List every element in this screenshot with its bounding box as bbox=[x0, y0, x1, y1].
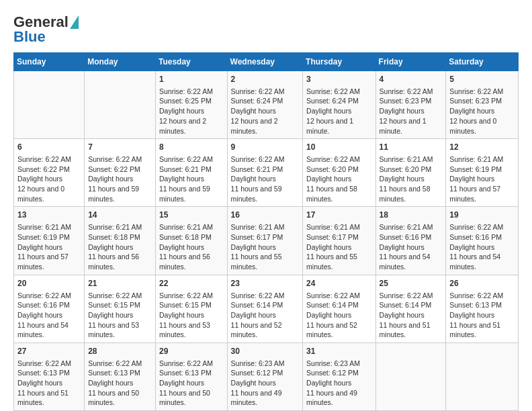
header-cell-saturday: Saturday bbox=[446, 53, 519, 71]
day-number: 30 bbox=[231, 346, 299, 357]
calendar-cell bbox=[446, 342, 519, 410]
page-header: General Blue bbox=[13, 13, 519, 46]
calendar-cell: 25Sunrise: 6:22 AMSunset: 6:14 PMDayligh… bbox=[375, 275, 446, 342]
day-number: 18 bbox=[380, 210, 443, 221]
calendar-cell: 10Sunrise: 6:22 AMSunset: 6:20 PMDayligh… bbox=[303, 139, 376, 207]
calendar-cell: 29Sunrise: 6:22 AMSunset: 6:13 PMDayligh… bbox=[156, 342, 228, 410]
header-cell-tuesday: Tuesday bbox=[156, 53, 228, 71]
calendar-cell: 8Sunrise: 6:22 AMSunset: 6:21 PMDaylight… bbox=[156, 139, 228, 207]
cell-content: Sunrise: 6:21 AMSunset: 6:17 PMDaylight … bbox=[231, 222, 299, 271]
cell-content: Sunrise: 6:22 AMSunset: 6:13 PMDaylight … bbox=[88, 359, 152, 408]
calendar-cell: 14Sunrise: 6:21 AMSunset: 6:18 PMDayligh… bbox=[85, 207, 156, 275]
day-number: 15 bbox=[159, 210, 224, 221]
header-row: SundayMondayTuesdayWednesdayThursdayFrid… bbox=[14, 53, 519, 71]
cell-content: Sunrise: 6:21 AMSunset: 6:17 PMDaylight … bbox=[306, 222, 372, 271]
day-number: 1 bbox=[159, 74, 224, 85]
header-cell-monday: Monday bbox=[85, 53, 156, 71]
calendar-cell: 4Sunrise: 6:22 AMSunset: 6:23 PMDaylight… bbox=[375, 71, 446, 139]
calendar-cell: 21Sunrise: 6:22 AMSunset: 6:15 PMDayligh… bbox=[85, 275, 156, 342]
header-cell-friday: Friday bbox=[375, 53, 446, 71]
cell-content: Sunrise: 6:21 AMSunset: 6:18 PMDaylight … bbox=[159, 222, 224, 271]
day-number: 2 bbox=[231, 74, 299, 85]
day-number: 19 bbox=[449, 210, 515, 221]
day-number: 10 bbox=[306, 142, 372, 153]
day-number: 13 bbox=[17, 210, 81, 221]
calendar-cell: 24Sunrise: 6:22 AMSunset: 6:14 PMDayligh… bbox=[303, 275, 376, 342]
day-number: 28 bbox=[88, 346, 152, 357]
day-number: 20 bbox=[17, 278, 81, 289]
header-cell-sunday: Sunday bbox=[14, 53, 85, 71]
calendar-cell bbox=[14, 71, 85, 139]
calendar-cell: 1Sunrise: 6:22 AMSunset: 6:25 PMDaylight… bbox=[156, 71, 228, 139]
day-number: 14 bbox=[88, 210, 152, 221]
cell-content: Sunrise: 6:22 AMSunset: 6:15 PMDaylight … bbox=[88, 291, 152, 340]
day-number: 6 bbox=[17, 142, 81, 153]
calendar-cell: 12Sunrise: 6:21 AMSunset: 6:19 PMDayligh… bbox=[446, 139, 519, 207]
calendar-cell: 22Sunrise: 6:22 AMSunset: 6:15 PMDayligh… bbox=[156, 275, 228, 342]
day-number: 12 bbox=[449, 142, 515, 153]
cell-content: Sunrise: 6:21 AMSunset: 6:19 PMDaylight … bbox=[17, 222, 81, 271]
cell-content: Sunrise: 6:22 AMSunset: 6:14 PMDaylight … bbox=[306, 291, 372, 340]
calendar-cell: 6Sunrise: 6:22 AMSunset: 6:22 PMDaylight… bbox=[14, 139, 85, 207]
day-number: 5 bbox=[449, 74, 515, 85]
cell-content: Sunrise: 6:22 AMSunset: 6:24 PMDaylight … bbox=[306, 87, 372, 136]
header-cell-thursday: Thursday bbox=[303, 53, 376, 71]
calendar-cell bbox=[85, 71, 156, 139]
cell-content: Sunrise: 6:22 AMSunset: 6:14 PMDaylight … bbox=[231, 291, 299, 340]
calendar-cell bbox=[375, 342, 446, 410]
cell-content: Sunrise: 6:22 AMSunset: 6:21 PMDaylight … bbox=[159, 154, 224, 203]
cell-content: Sunrise: 6:22 AMSunset: 6:22 PMDaylight … bbox=[17, 154, 81, 203]
week-row-4: 20Sunrise: 6:22 AMSunset: 6:16 PMDayligh… bbox=[14, 275, 519, 342]
week-row-5: 27Sunrise: 6:22 AMSunset: 6:13 PMDayligh… bbox=[14, 342, 519, 410]
cell-content: Sunrise: 6:22 AMSunset: 6:21 PMDaylight … bbox=[231, 154, 299, 203]
logo-blue: Blue bbox=[13, 28, 46, 46]
day-number: 22 bbox=[159, 278, 224, 289]
day-number: 24 bbox=[306, 278, 372, 289]
cell-content: Sunrise: 6:23 AMSunset: 6:12 PMDaylight … bbox=[231, 359, 299, 408]
day-number: 8 bbox=[159, 142, 224, 153]
calendar-cell: 26Sunrise: 6:22 AMSunset: 6:13 PMDayligh… bbox=[446, 275, 519, 342]
cell-content: Sunrise: 6:22 AMSunset: 6:22 PMDaylight … bbox=[88, 154, 152, 203]
header-cell-wednesday: Wednesday bbox=[227, 53, 302, 71]
calendar-cell: 7Sunrise: 6:22 AMSunset: 6:22 PMDaylight… bbox=[85, 139, 156, 207]
calendar-cell: 11Sunrise: 6:21 AMSunset: 6:20 PMDayligh… bbox=[375, 139, 446, 207]
day-number: 23 bbox=[231, 278, 299, 289]
cell-content: Sunrise: 6:22 AMSunset: 6:23 PMDaylight … bbox=[380, 87, 443, 136]
cell-content: Sunrise: 6:21 AMSunset: 6:18 PMDaylight … bbox=[88, 222, 152, 271]
calendar-cell: 17Sunrise: 6:21 AMSunset: 6:17 PMDayligh… bbox=[303, 207, 376, 275]
day-number: 31 bbox=[306, 346, 372, 357]
cell-content: Sunrise: 6:22 AMSunset: 6:15 PMDaylight … bbox=[159, 291, 224, 340]
calendar-cell: 28Sunrise: 6:22 AMSunset: 6:13 PMDayligh… bbox=[85, 342, 156, 410]
cell-content: Sunrise: 6:22 AMSunset: 6:13 PMDaylight … bbox=[159, 359, 224, 408]
cell-content: Sunrise: 6:22 AMSunset: 6:24 PMDaylight … bbox=[231, 87, 299, 136]
cell-content: Sunrise: 6:22 AMSunset: 6:23 PMDaylight … bbox=[449, 87, 515, 136]
cell-content: Sunrise: 6:22 AMSunset: 6:25 PMDaylight … bbox=[159, 87, 224, 136]
day-number: 9 bbox=[231, 142, 299, 153]
calendar-cell: 5Sunrise: 6:22 AMSunset: 6:23 PMDaylight… bbox=[446, 71, 519, 139]
logo: General Blue bbox=[13, 13, 79, 46]
cell-content: Sunrise: 6:21 AMSunset: 6:16 PMDaylight … bbox=[380, 222, 443, 271]
day-number: 17 bbox=[306, 210, 372, 221]
calendar-cell: 31Sunrise: 6:23 AMSunset: 6:12 PMDayligh… bbox=[303, 342, 376, 410]
cell-content: Sunrise: 6:22 AMSunset: 6:16 PMDaylight … bbox=[17, 291, 81, 340]
calendar-cell: 23Sunrise: 6:22 AMSunset: 6:14 PMDayligh… bbox=[227, 275, 302, 342]
calendar-cell: 19Sunrise: 6:22 AMSunset: 6:16 PMDayligh… bbox=[446, 207, 519, 275]
day-number: 21 bbox=[88, 278, 152, 289]
calendar-cell: 30Sunrise: 6:23 AMSunset: 6:12 PMDayligh… bbox=[227, 342, 302, 410]
day-number: 29 bbox=[159, 346, 224, 357]
calendar-cell: 3Sunrise: 6:22 AMSunset: 6:24 PMDaylight… bbox=[303, 71, 376, 139]
calendar-cell: 18Sunrise: 6:21 AMSunset: 6:16 PMDayligh… bbox=[375, 207, 446, 275]
calendar-cell: 27Sunrise: 6:22 AMSunset: 6:13 PMDayligh… bbox=[14, 342, 85, 410]
day-number: 3 bbox=[306, 74, 372, 85]
calendar-table: SundayMondayTuesdayWednesdayThursdayFrid… bbox=[13, 52, 519, 411]
calendar-cell: 9Sunrise: 6:22 AMSunset: 6:21 PMDaylight… bbox=[227, 139, 302, 207]
day-number: 11 bbox=[380, 142, 443, 153]
cell-content: Sunrise: 6:22 AMSunset: 6:14 PMDaylight … bbox=[380, 291, 443, 340]
week-row-2: 6Sunrise: 6:22 AMSunset: 6:22 PMDaylight… bbox=[14, 139, 519, 207]
day-number: 27 bbox=[17, 346, 81, 357]
calendar-cell: 16Sunrise: 6:21 AMSunset: 6:17 PMDayligh… bbox=[227, 207, 302, 275]
calendar-cell: 13Sunrise: 6:21 AMSunset: 6:19 PMDayligh… bbox=[14, 207, 85, 275]
cell-content: Sunrise: 6:21 AMSunset: 6:19 PMDaylight … bbox=[449, 154, 515, 203]
calendar-cell: 20Sunrise: 6:22 AMSunset: 6:16 PMDayligh… bbox=[14, 275, 85, 342]
day-number: 4 bbox=[380, 74, 443, 85]
